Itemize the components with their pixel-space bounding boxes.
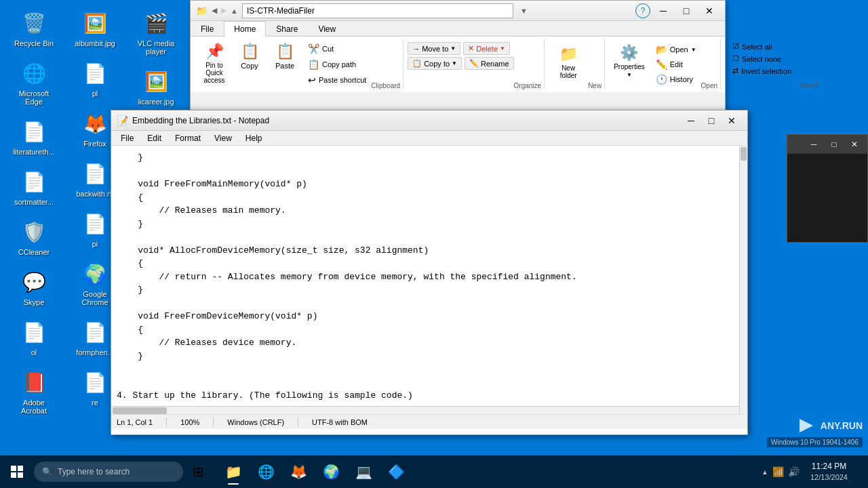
- notepad-file-menu[interactable]: File: [114, 132, 140, 144]
- paste-label: Paste: [275, 62, 294, 70]
- notepad-help-menu[interactable]: Help: [239, 132, 269, 144]
- network-icon[interactable]: 📶: [772, 466, 784, 477]
- re-icon: 📄: [81, 369, 108, 396]
- invert-label: Invert selection: [741, 67, 791, 75]
- bg-minimize-button[interactable]: ─: [804, 135, 824, 154]
- titlebar-nav-up[interactable]: ▲: [231, 7, 238, 15]
- tab-share[interactable]: Share: [266, 21, 308, 37]
- desktop-icon-sortmatter[interactable]: 📄 sortmatter...: [7, 165, 61, 209]
- task-view-button[interactable]: ⊞: [183, 457, 213, 487]
- desktop-icon-adobe[interactable]: 📕 Adobe Acrobat: [7, 366, 61, 418]
- organize-row2: 📋 Copy to ▼ ✏️ Rename: [408, 57, 513, 70]
- rename-button[interactable]: ✏️ Rename: [465, 57, 514, 70]
- taskbar-chrome[interactable]: 🌍: [316, 457, 346, 487]
- bg-maximize-button[interactable]: □: [824, 135, 844, 154]
- desktop-icon-iicareer[interactable]: 🖼️ iicareer.jpg: [129, 65, 183, 108]
- tray-arrow[interactable]: ▲: [762, 468, 768, 476]
- start-button[interactable]: [0, 455, 34, 488]
- notepad-scroll-container[interactable]: } void FreeFromMainMemory(void* p) { // …: [111, 146, 747, 414]
- copy-path-label: Copy path: [322, 60, 356, 68]
- copy-path-button[interactable]: 📋 Copy path: [303, 57, 371, 72]
- status-sep-2: [213, 418, 214, 427]
- desktop-icon-ccleaner[interactable]: 🛡️ CCleaner: [7, 216, 61, 259]
- powershell-icon: 🔷: [388, 464, 405, 480]
- move-to-chevron: ▼: [450, 45, 456, 52]
- rename-label: Rename: [481, 60, 509, 68]
- history-button[interactable]: 🕐 History: [651, 72, 701, 87]
- desktop-icon-pl[interactable]: 📄 pl: [68, 57, 122, 100]
- close-button[interactable]: ✕: [699, 1, 719, 20]
- open-button[interactable]: 📂 Open ▼: [651, 42, 701, 57]
- paste-button[interactable]: 📋 Paste: [268, 39, 302, 89]
- notepad-close-button[interactable]: ✕: [722, 111, 742, 130]
- bg-close-button[interactable]: ✕: [844, 135, 865, 154]
- titlebar-nav-forward[interactable]: ▶: [221, 6, 226, 15]
- taskbar-file-explorer[interactable]: 📁: [218, 457, 248, 487]
- properties-button[interactable]: ⚙️ Properties ▼: [609, 42, 650, 87]
- select-none-button[interactable]: ☐ Select none: [728, 53, 796, 64]
- new-folder-button[interactable]: 📁 Newfolder: [551, 42, 585, 83]
- anyrun-text: ANY.RUN: [821, 420, 863, 431]
- paste-shortcut-button[interactable]: ↩ Paste shortcut: [303, 73, 371, 87]
- pin-quick-access-button[interactable]: 📌 Pin to Quickaccess: [197, 39, 231, 89]
- scrollbar-thumb-v[interactable]: [741, 147, 747, 161]
- svg-marker-0: [800, 419, 813, 432]
- delete-button[interactable]: ✕ Delete ▼: [463, 42, 510, 55]
- copy-to-button[interactable]: 📋 Copy to ▼: [408, 57, 462, 70]
- tab-home[interactable]: Home: [224, 21, 266, 37]
- move-to-button[interactable]: → Move to ▼: [408, 42, 460, 55]
- taskbar-powershell[interactable]: 🔷: [381, 457, 411, 487]
- titlebar-dropdown-icon[interactable]: ▼: [520, 7, 528, 15]
- tab-file[interactable]: File: [191, 21, 224, 37]
- volume-icon[interactable]: 🔊: [788, 466, 800, 477]
- status-sep-1: [166, 418, 167, 427]
- maximize-button[interactable]: □: [676, 1, 696, 20]
- notepad-content-area[interactable]: } void FreeFromMainMemory(void* p) { // …: [111, 146, 747, 414]
- copy-button[interactable]: 📋 Copy: [233, 39, 267, 89]
- notepad-scrollbar-vertical[interactable]: [739, 146, 747, 414]
- notepad-minimize-button[interactable]: ─: [681, 111, 701, 130]
- tab-view[interactable]: View: [308, 21, 346, 37]
- explorer-address-bar[interactable]: IS-CTR-MediaFiler: [242, 3, 513, 18]
- desktop-icon-vlc[interactable]: 🎬 VLC media player: [129, 7, 183, 58]
- help-button[interactable]: ?: [635, 3, 650, 18]
- taskbar-clock[interactable]: 11:24 PM 12/13/2024: [805, 461, 853, 483]
- cut-label: Cut: [322, 45, 334, 53]
- notepad-text-content[interactable]: } void FreeFromMainMemory(void* p) { // …: [111, 146, 738, 414]
- desktop-icon-recycle-bin[interactable]: 🗑️ Recycle Bin: [7, 7, 61, 50]
- taskbar-edge[interactable]: 🌐: [251, 457, 281, 487]
- desktop-icon-ol[interactable]: 📄 ol: [7, 316, 61, 359]
- invert-selection-button[interactable]: ⇄ Invert selection: [728, 65, 796, 77]
- notepad-scrollbar-horizontal[interactable]: [111, 406, 739, 414]
- albumbit-label: albumbit.jpg: [75, 39, 115, 47]
- notepad-format-menu[interactable]: Format: [168, 132, 208, 144]
- titlebar-nav-back[interactable]: ◀: [212, 6, 217, 15]
- svg-rect-2: [18, 466, 23, 471]
- desktop-icon-skype[interactable]: 💬 Skype: [7, 266, 61, 309]
- desktop-icon-edge[interactable]: 🌐 Microsoft Edge: [7, 57, 61, 108]
- notepad-view-menu[interactable]: View: [208, 132, 239, 144]
- cut-button[interactable]: ✂️ Cut: [303, 41, 371, 56]
- notepad-maximize-button[interactable]: □: [701, 111, 722, 130]
- notepad-edit-menu[interactable]: Edit: [140, 132, 168, 144]
- scrollbar-thumb-h[interactable]: [113, 407, 167, 414]
- desktop-icon-albumbit[interactable]: 🖼️ albumbit.jpg: [68, 7, 122, 50]
- svg-rect-4: [18, 472, 23, 478]
- backwith-icon: 📄: [81, 160, 108, 187]
- edit-button[interactable]: ✏️ Edit: [651, 57, 701, 72]
- taskbar-firefox[interactable]: 🦊: [283, 457, 313, 487]
- taskbar-search[interactable]: 🔍 Type here to search: [34, 462, 183, 482]
- iicareer-label: iicareer.jpg: [138, 98, 174, 106]
- cut-icon: ✂️: [308, 43, 319, 54]
- skype-icon: 💬: [20, 268, 47, 296]
- pl-icon: 📄: [81, 60, 108, 87]
- desktop-icon-literatureth[interactable]: 📄 literatureth...: [7, 115, 61, 159]
- properties-chevron: ▼: [627, 72, 632, 78]
- select-all-button[interactable]: ☑ Select all: [728, 41, 796, 52]
- desktop: 🗑️ Recycle Bin 🌐 Microsoft Edge 📄 litera…: [0, 0, 868, 488]
- explorer-titlebar: 📁 ◀ ▶ ▲ IS-CTR-MediaFiler ▼ ? ─ □ ✕: [191, 1, 725, 21]
- show-desktop-button[interactable]: [856, 457, 863, 487]
- taskbar-terminal[interactable]: 💻: [349, 457, 378, 487]
- minimize-button[interactable]: ─: [653, 1, 673, 20]
- notepad-titlebar: 📝 Embedding the Libraries.txt - Notepad …: [111, 110, 747, 131]
